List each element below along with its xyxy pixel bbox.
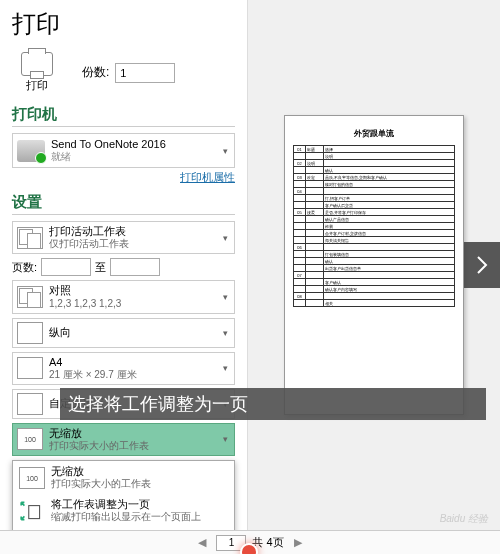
print-preview-panel: 外贸跟单流 01标题选择说明02说明确认03改定品质,不良率等信息,交期和客户确…	[248, 0, 500, 530]
paper-sub: 21 厘米 × 29.7 厘米	[49, 369, 230, 381]
slider-handle[interactable]	[240, 543, 258, 554]
settings-section-header: 设置	[12, 193, 235, 215]
orientation-title: 纵向	[49, 326, 230, 339]
svg-rect-0	[29, 505, 40, 518]
scaling-opt-title: 无缩放	[51, 465, 228, 478]
next-page-arrow[interactable]	[464, 242, 500, 288]
paper-icon	[17, 357, 43, 379]
printer-device-icon	[17, 140, 45, 162]
scaling-dropdown: 100 无缩放 打印实际大小的工作表 将工作表调整为一页 缩减打印输出以显示在一…	[12, 460, 235, 530]
scaling-option-1[interactable]: 将工作表调整为一页 缩减打印输出以显示在一个页面上	[13, 494, 234, 527]
scaling-option-0[interactable]: 100 无缩放 打印实际大小的工作表	[13, 461, 234, 494]
scaling-opt-sub: 打印实际大小的工作表	[51, 478, 228, 490]
portrait-icon	[17, 322, 43, 344]
printer-select[interactable]: Send To OneNote 2016 就绪	[12, 133, 235, 168]
prev-page-button[interactable]: ◀	[194, 536, 210, 549]
scaling-sub: 打印实际大小的工作表	[49, 440, 230, 452]
page-title: 打印	[12, 8, 235, 40]
chevron-right-icon	[474, 255, 490, 275]
fit-page-icon	[19, 500, 45, 522]
preview-doc-title: 外贸跟单流	[293, 128, 455, 139]
print-button[interactable]: 打印	[12, 52, 62, 93]
annotation-overlay: 选择将工作调整为一页	[60, 388, 486, 420]
paper-title: A4	[49, 356, 230, 369]
copies-label: 份数:	[82, 64, 109, 81]
print-what-title: 打印活动工作表	[49, 225, 230, 238]
collate-select[interactable]: 对照 1,2,3 1,2,3 1,2,3	[12, 280, 235, 313]
paper-select[interactable]: A4 21 厘米 × 29.7 厘米	[12, 352, 235, 385]
preview-table: 01标题选择说明02说明确认03改定品质,不良率等信息,交期和客户确认核对打包的…	[293, 145, 455, 307]
scale-100-icon: 100	[17, 428, 43, 450]
watermark: Baidu 经验	[440, 512, 488, 526]
scaling-opt-title: 将工作表调整为一页	[51, 498, 228, 511]
page-range-label: 页数:	[12, 260, 37, 275]
next-page-button[interactable]: ▶	[290, 536, 306, 549]
preview-page: 外贸跟单流 01标题选择说明02说明确认03改定品质,不良率等信息,交期和客户确…	[284, 115, 464, 415]
sheets-icon	[17, 227, 43, 249]
collate-icon	[17, 286, 43, 308]
orientation-select[interactable]: 纵向	[12, 318, 235, 348]
scale-100-icon: 100	[19, 467, 45, 489]
collate-sub: 1,2,3 1,2,3 1,2,3	[49, 298, 230, 310]
scaling-opt-sub: 缩减打印输出以显示在一个页面上	[51, 511, 228, 523]
printer-properties-link[interactable]: 打印机属性	[12, 170, 235, 185]
scaling-select[interactable]: 100 无缩放 打印实际大小的工作表	[12, 423, 235, 456]
page-range-to-label: 至	[95, 260, 106, 275]
printer-section-header: 打印机	[12, 105, 235, 127]
print-what-select[interactable]: 打印活动工作表 仅打印活动工作表	[12, 221, 235, 254]
collate-title: 对照	[49, 284, 230, 297]
page-to-input[interactable]	[110, 258, 160, 276]
scaling-title: 无缩放	[49, 427, 230, 440]
printer-icon	[21, 52, 53, 76]
page-from-input[interactable]	[41, 258, 91, 276]
printer-status: 就绪	[51, 151, 166, 163]
copies-input[interactable]	[115, 63, 175, 83]
print-what-sub: 仅打印活动工作表	[49, 238, 230, 250]
printer-name: Send To OneNote 2016	[51, 138, 166, 151]
margins-icon	[17, 393, 43, 415]
print-button-label: 打印	[12, 78, 62, 93]
